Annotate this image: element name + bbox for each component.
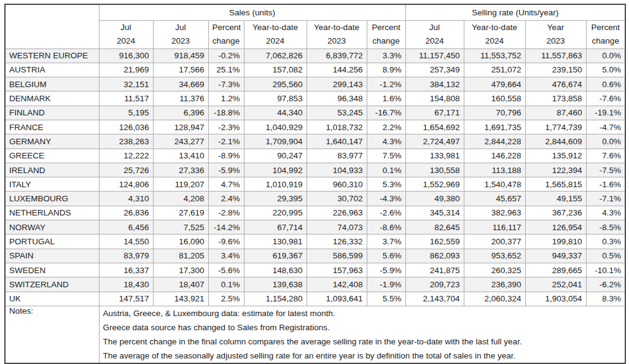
table-row: UK147,517143,9212.5%1,154,2801,093,6415.… [5,292,625,306]
column-header-line2: 2024 [410,34,460,48]
notes-label: Notes: [5,306,99,363]
section-header-row: Sales (units) Selling rate (Units/year) [5,4,625,20]
column-header-1: Jul2023 [153,20,208,48]
value-cell: 4.7% [208,177,244,192]
value-cell: 49,380 [405,192,464,206]
value-cell: 1,010,919 [244,177,307,192]
value-cell: 0.3% [586,234,625,249]
notes-body: Austria, Greece, & Luxembourg data: esti… [99,306,625,363]
value-cell: 2.2% [367,120,405,134]
value-cell: 160,558 [464,91,525,106]
value-cell: -16.7% [367,106,405,120]
column-header-line2: 2024 [248,34,303,48]
table-row: NETHERLANDS26,83627,619-2.8%220,995226,9… [5,206,625,220]
column-header-line2: 2023 [311,34,363,48]
country-cell: FINLAND [5,106,99,120]
value-cell: -2.8% [208,206,244,220]
value-cell: -1.6% [586,177,625,192]
value-cell: 13,410 [153,149,208,163]
table-row: ITALY124,806119,2074.7%1,010,919960,3105… [5,177,625,192]
value-cell: 126,332 [307,234,367,249]
value-cell: 2,844,228 [464,134,525,149]
value-cell: 18,407 [153,277,208,292]
value-cell: 157,963 [307,263,367,277]
value-cell: 142,408 [307,277,367,292]
value-cell: 295,560 [244,77,307,91]
table-row: BELGIUM32,15134,669-7.3%295,560299,143-1… [5,77,625,91]
column-header-0: Jul2024 [99,20,153,48]
value-cell: 104,992 [244,163,307,177]
value-cell: -10.1% [586,263,625,277]
value-cell: 67,171 [405,106,464,120]
country-cell: NORWAY [5,220,99,234]
value-cell: 74,073 [307,220,367,234]
value-cell: 1,774,739 [525,120,586,134]
value-cell: -0.2% [208,48,244,63]
value-cell: 11,557,863 [525,48,586,63]
value-cell: -9.6% [208,234,244,249]
value-cell: 1,018,732 [307,120,367,134]
value-cell: 1,691,735 [464,120,525,134]
value-cell: 1,654,692 [405,120,464,134]
value-cell: -7.3% [208,77,244,91]
value-cell: -7.5% [586,163,625,177]
value-cell: 14,550 [99,234,153,249]
value-cell: 243,277 [153,134,208,149]
value-cell: 252,041 [525,277,586,292]
value-cell: 16,337 [99,263,153,277]
value-cell: 916,300 [99,48,153,63]
value-cell: 619,367 [244,249,307,263]
value-cell: -6.2% [586,277,625,292]
value-cell: 90,247 [244,149,307,163]
value-cell: 2,060,324 [464,292,525,306]
country-cell: UK [5,292,99,306]
value-cell: 7,062,826 [244,48,307,63]
value-cell: 1,640,147 [307,134,367,149]
column-header-line1: Jul [410,21,460,34]
column-header-line1: Percent [590,21,622,34]
table-row: SWEDEN16,33717,300-5.6%148,630157,963-5.… [5,263,625,277]
value-cell: -1.2% [367,77,405,91]
column-header-line2: 2023 [157,34,205,48]
column-header-line1: Year-to-date [468,21,522,34]
column-header-2: Percentchange [208,20,244,48]
column-header-line2: change [371,34,402,48]
value-cell: 0.0% [586,134,625,149]
value-cell: 251,072 [464,63,525,77]
value-cell: 21,969 [99,63,153,77]
value-cell: -19.1% [586,106,625,120]
country-cell: BELGIUM [5,77,99,91]
value-cell: 67,714 [244,220,307,234]
value-cell: 960,310 [307,177,367,192]
column-header-6: Jul2024 [405,20,464,48]
value-cell: -7.1% [586,192,625,206]
value-cell: 3.4% [208,249,244,263]
value-cell: 29,395 [244,192,307,206]
value-cell: 257,349 [405,63,464,77]
column-header-line1: Jul [103,21,149,34]
value-cell: -5.9% [367,263,405,277]
value-cell: -5.6% [208,263,244,277]
value-cell: 345,314 [405,206,464,220]
value-cell: 143,921 [153,292,208,306]
value-cell: 12,222 [99,149,153,163]
value-cell: 147,517 [99,292,153,306]
country-cell: DENMARK [5,91,99,106]
value-cell: -2.6% [367,206,405,220]
value-cell: 6,839,772 [307,48,367,63]
column-header-9: Percentchange [586,20,625,48]
value-cell: 1,540,478 [464,177,525,192]
value-cell: 953,652 [464,249,525,263]
corner-blank-cell [5,4,99,48]
country-cell: IRELAND [5,163,99,177]
value-cell: 130,981 [244,234,307,249]
value-cell: 25.1% [208,63,244,77]
value-cell: 49,155 [525,192,586,206]
value-cell: 124,806 [99,177,153,192]
value-cell: 11,517 [99,91,153,106]
value-cell: 260,325 [464,263,525,277]
value-cell: -7.6% [586,91,625,106]
value-cell: 476,674 [525,77,586,91]
value-cell: 0.0% [586,48,625,63]
value-cell: 918,459 [153,48,208,63]
